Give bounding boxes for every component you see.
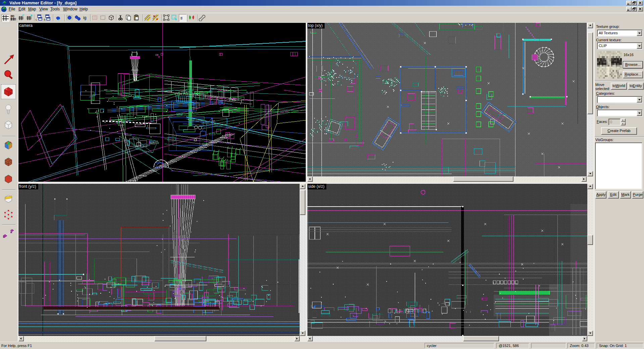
svg-text:S: S — [44, 18, 45, 21]
svg-text:L: L — [36, 18, 37, 21]
svg-text:3D: 3D — [10, 14, 14, 18]
svg-text:tl: tl — [181, 16, 183, 20]
svg-text:ig: ig — [83, 15, 86, 20]
